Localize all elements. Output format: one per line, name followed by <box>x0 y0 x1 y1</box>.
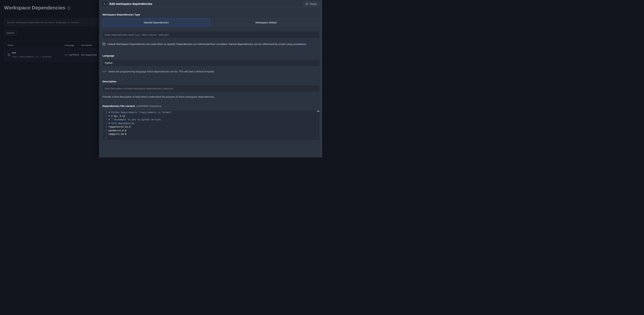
editor-scrollbar-thumb[interactable] <box>317 111 319 112</box>
type-info-text: Default Workspace Dependencies are used … <box>102 42 320 47</box>
column-header-language: Language <box>64 44 74 46</box>
rocket-icon <box>306 2 308 5</box>
content-section-header: Dependencies File Content (165/50000 cha… <box>102 105 320 107</box>
dependencies-file-editor[interactable]: 1# Python Requirements (requirements.in … <box>102 110 320 140</box>
character-counter: (165/50000 characters) <box>136 105 162 107</box>
dependencies-name-input[interactable] <box>102 31 320 38</box>
drawer-header: Add workspace dependencies Deploy <box>99 0 322 8</box>
page-title: Workspace Dependencies <box>4 5 65 10</box>
language-hint: </> Select the programming language thes… <box>102 70 320 73</box>
annotations-link[interactable]: annotations <box>293 43 306 45</box>
type-option-workspace-default[interactable]: Workspace Default <box>212 19 320 26</box>
drawer-scrollbar-track[interactable] <box>321 0 322 157</box>
workspace-dependencies-page: Workspace Dependencies python3 Name Lang… <box>0 0 322 157</box>
drawer-body: Workspace Dependencies Type Named Depend… <box>99 13 322 140</box>
dependency-description: test requiremen <box>81 53 97 56</box>
dependency-language: python3 <box>70 53 79 56</box>
dependency-name: test <box>12 51 16 54</box>
deploy-button[interactable]: Deploy <box>303 1 319 7</box>
column-header-name: Name <box>8 44 14 46</box>
description-section-label: Description <box>102 80 320 83</box>
language-select-value: Python <box>105 61 113 64</box>
info-icon[interactable] <box>67 6 70 10</box>
close-icon <box>103 3 106 5</box>
folder-open-icon <box>102 42 106 47</box>
language-section-label: Language <box>102 54 320 57</box>
type-option-named-dependencies[interactable]: Named Dependencies <box>102 19 210 26</box>
code-editor-lines: 1# Python Requirements (requirements.in … <box>102 110 320 140</box>
content-section-label: Dependencies File Content <box>102 105 135 107</box>
file-text-icon <box>8 53 10 56</box>
dependency-subtitle: test.requirements.in • python3 <box>12 55 52 58</box>
deploy-button-label: Deploy <box>310 2 317 5</box>
editor-scrollbar-gutter[interactable] <box>317 110 320 140</box>
add-dependencies-drawer: Add workspace dependencies Deploy Worksp… <box>99 0 322 157</box>
drawer-title: Add workspace dependencies <box>109 2 152 6</box>
description-input[interactable] <box>102 85 320 92</box>
code-icon: </> <box>64 54 68 56</box>
type-toggle-group: Named Dependencies Workspace Default <box>102 19 320 26</box>
description-hint: Provide a brief description to help othe… <box>102 95 320 98</box>
dependency-language-cell: </>python3 <box>64 53 79 56</box>
language-select[interactable]: Python <box>102 59 320 66</box>
column-header-description: Description <box>81 44 92 46</box>
code-icon: </> <box>102 70 106 73</box>
close-button[interactable] <box>102 1 107 6</box>
filter-chip-python3[interactable]: python3 <box>4 30 17 36</box>
type-section-label: Workspace Dependencies Type <box>102 13 320 16</box>
